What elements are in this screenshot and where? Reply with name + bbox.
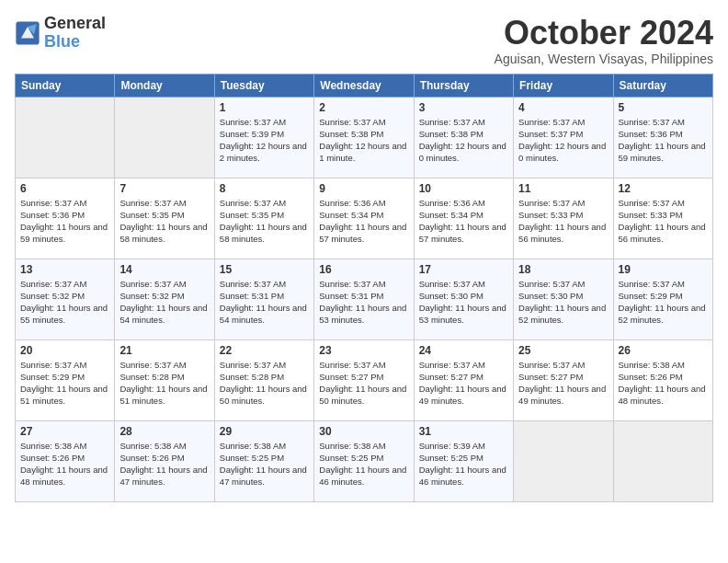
day-number: 6	[20, 182, 109, 195]
day-detail: Sunrise: 5:37 AMSunset: 5:36 PMDaylight:…	[619, 116, 708, 165]
day-detail: Sunrise: 5:37 AMSunset: 5:31 PMDaylight:…	[220, 278, 309, 327]
day-detail: Sunrise: 5:37 AMSunset: 5:33 PMDaylight:…	[518, 197, 608, 246]
day-number: 5	[619, 101, 708, 114]
calendar-cell: 28Sunrise: 5:38 AMSunset: 5:26 PMDayligh…	[115, 420, 214, 501]
week-row-4: 27Sunrise: 5:38 AMSunset: 5:26 PMDayligh…	[16, 420, 713, 501]
day-detail: Sunrise: 5:37 AMSunset: 5:36 PMDaylight:…	[20, 197, 109, 246]
day-detail: Sunrise: 5:37 AMSunset: 5:37 PMDaylight:…	[518, 116, 608, 165]
day-number: 30	[319, 425, 408, 438]
day-number: 14	[119, 263, 209, 276]
day-number: 1	[220, 101, 309, 114]
day-detail: Sunrise: 5:37 AMSunset: 5:28 PMDaylight:…	[119, 359, 209, 408]
calendar-cell	[514, 420, 613, 501]
day-detail: Sunrise: 5:37 AMSunset: 5:29 PMDaylight:…	[20, 359, 109, 408]
calendar-cell: 27Sunrise: 5:38 AMSunset: 5:26 PMDayligh…	[16, 420, 115, 501]
calendar-cell	[16, 97, 115, 178]
day-detail: Sunrise: 5:37 AMSunset: 5:35 PMDaylight:…	[220, 197, 309, 246]
day-number: 29	[220, 425, 309, 438]
title-block: October 2024 Aguisan, Western Visayas, P…	[495, 15, 713, 66]
day-detail: Sunrise: 5:38 AMSunset: 5:26 PMDaylight:…	[20, 440, 109, 488]
month-title: October 2024	[495, 15, 713, 52]
calendar-cell: 4Sunrise: 5:37 AMSunset: 5:37 PMDaylight…	[514, 97, 613, 178]
calendar-cell: 8Sunrise: 5:37 AMSunset: 5:35 PMDaylight…	[214, 178, 313, 259]
day-detail: Sunrise: 5:36 AMSunset: 5:34 PMDaylight:…	[319, 197, 408, 246]
calendar-cell: 25Sunrise: 5:37 AMSunset: 5:27 PMDayligh…	[514, 339, 613, 420]
logo-line1: General	[44, 15, 106, 33]
calendar-cell: 12Sunrise: 5:37 AMSunset: 5:33 PMDayligh…	[613, 178, 712, 259]
day-number: 4	[518, 101, 608, 114]
day-number: 19	[619, 263, 708, 276]
calendar-cell: 2Sunrise: 5:37 AMSunset: 5:38 PMDaylight…	[314, 97, 414, 178]
header-tuesday: Tuesday	[214, 74, 313, 97]
day-number: 21	[119, 344, 209, 357]
calendar-cell: 30Sunrise: 5:38 AMSunset: 5:25 PMDayligh…	[314, 420, 414, 501]
day-detail: Sunrise: 5:37 AMSunset: 5:30 PMDaylight:…	[518, 278, 608, 327]
calendar-cell: 23Sunrise: 5:37 AMSunset: 5:27 PMDayligh…	[314, 339, 414, 420]
header-friday: Friday	[514, 74, 613, 97]
calendar-cell: 5Sunrise: 5:37 AMSunset: 5:36 PMDaylight…	[613, 97, 712, 178]
day-number: 11	[518, 182, 608, 195]
calendar-cell: 21Sunrise: 5:37 AMSunset: 5:28 PMDayligh…	[115, 339, 214, 420]
calendar-cell: 18Sunrise: 5:37 AMSunset: 5:30 PMDayligh…	[514, 259, 613, 339]
calendar-cell: 1Sunrise: 5:37 AMSunset: 5:39 PMDaylight…	[214, 97, 313, 178]
calendar-cell: 17Sunrise: 5:37 AMSunset: 5:30 PMDayligh…	[414, 259, 513, 339]
day-detail: Sunrise: 5:37 AMSunset: 5:38 PMDaylight:…	[319, 116, 408, 165]
day-detail: Sunrise: 5:37 AMSunset: 5:28 PMDaylight:…	[220, 359, 309, 408]
calendar-cell: 11Sunrise: 5:37 AMSunset: 5:33 PMDayligh…	[514, 178, 613, 259]
calendar-table: Sunday Monday Tuesday Wednesday Thursday…	[15, 74, 713, 502]
calendar-cell: 13Sunrise: 5:37 AMSunset: 5:32 PMDayligh…	[16, 259, 115, 339]
calendar-body: 1Sunrise: 5:37 AMSunset: 5:39 PMDaylight…	[16, 97, 713, 501]
calendar-cell: 6Sunrise: 5:37 AMSunset: 5:36 PMDaylight…	[16, 178, 115, 259]
day-number: 7	[119, 182, 209, 195]
day-detail: Sunrise: 5:39 AMSunset: 5:25 PMDaylight:…	[419, 440, 508, 488]
week-row-3: 20Sunrise: 5:37 AMSunset: 5:29 PMDayligh…	[16, 339, 713, 420]
calendar-header: Sunday Monday Tuesday Wednesday Thursday…	[16, 74, 713, 97]
calendar-cell: 26Sunrise: 5:38 AMSunset: 5:26 PMDayligh…	[613, 339, 712, 420]
calendar-cell: 31Sunrise: 5:39 AMSunset: 5:25 PMDayligh…	[414, 420, 513, 501]
day-number: 27	[20, 425, 109, 438]
calendar-cell: 15Sunrise: 5:37 AMSunset: 5:31 PMDayligh…	[214, 259, 313, 339]
day-number: 16	[319, 263, 408, 276]
logo-line2: Blue	[44, 32, 80, 51]
week-row-2: 13Sunrise: 5:37 AMSunset: 5:32 PMDayligh…	[16, 259, 713, 339]
day-number: 23	[319, 344, 408, 357]
calendar-cell: 10Sunrise: 5:36 AMSunset: 5:34 PMDayligh…	[414, 178, 513, 259]
calendar-cell: 19Sunrise: 5:37 AMSunset: 5:29 PMDayligh…	[613, 259, 712, 339]
day-number: 22	[220, 344, 309, 357]
day-number: 31	[419, 425, 508, 438]
day-number: 15	[220, 263, 309, 276]
day-detail: Sunrise: 5:37 AMSunset: 5:33 PMDaylight:…	[619, 197, 708, 246]
day-number: 18	[518, 263, 608, 276]
day-number: 3	[419, 101, 508, 114]
day-number: 17	[419, 263, 508, 276]
header-thursday: Thursday	[414, 74, 513, 97]
day-detail: Sunrise: 5:38 AMSunset: 5:26 PMDaylight:…	[119, 440, 209, 488]
day-detail: Sunrise: 5:37 AMSunset: 5:29 PMDaylight:…	[619, 278, 708, 327]
day-number: 24	[419, 344, 508, 357]
header-sunday: Sunday	[16, 74, 115, 97]
header-wednesday: Wednesday	[314, 74, 414, 97]
day-detail: Sunrise: 5:38 AMSunset: 5:25 PMDaylight:…	[319, 440, 408, 488]
calendar-cell: 14Sunrise: 5:37 AMSunset: 5:32 PMDayligh…	[115, 259, 214, 339]
day-number: 20	[20, 344, 109, 357]
header-row: Sunday Monday Tuesday Wednesday Thursday…	[16, 74, 713, 97]
calendar-cell: 3Sunrise: 5:37 AMSunset: 5:38 PMDaylight…	[414, 97, 513, 178]
day-detail: Sunrise: 5:37 AMSunset: 5:27 PMDaylight:…	[419, 359, 508, 408]
day-detail: Sunrise: 5:37 AMSunset: 5:27 PMDaylight:…	[518, 359, 608, 408]
day-detail: Sunrise: 5:37 AMSunset: 5:31 PMDaylight:…	[319, 278, 408, 327]
day-detail: Sunrise: 5:38 AMSunset: 5:25 PMDaylight:…	[220, 440, 309, 488]
day-detail: Sunrise: 5:37 AMSunset: 5:32 PMDaylight:…	[20, 278, 109, 327]
day-number: 8	[220, 182, 309, 195]
logo-icon	[15, 20, 40, 46]
calendar-cell: 16Sunrise: 5:37 AMSunset: 5:31 PMDayligh…	[314, 259, 414, 339]
week-row-1: 6Sunrise: 5:37 AMSunset: 5:36 PMDaylight…	[16, 178, 713, 259]
header-saturday: Saturday	[613, 74, 712, 97]
day-number: 9	[319, 182, 408, 195]
location: Aguisan, Western Visayas, Philippines	[495, 52, 713, 66]
day-number: 10	[419, 182, 508, 195]
calendar-cell: 7Sunrise: 5:37 AMSunset: 5:35 PMDaylight…	[115, 178, 214, 259]
calendar-cell	[115, 97, 214, 178]
page-header: General Blue October 2024 Aguisan, Weste…	[15, 15, 713, 66]
week-row-0: 1Sunrise: 5:37 AMSunset: 5:39 PMDaylight…	[16, 97, 713, 178]
calendar-cell	[613, 420, 712, 501]
